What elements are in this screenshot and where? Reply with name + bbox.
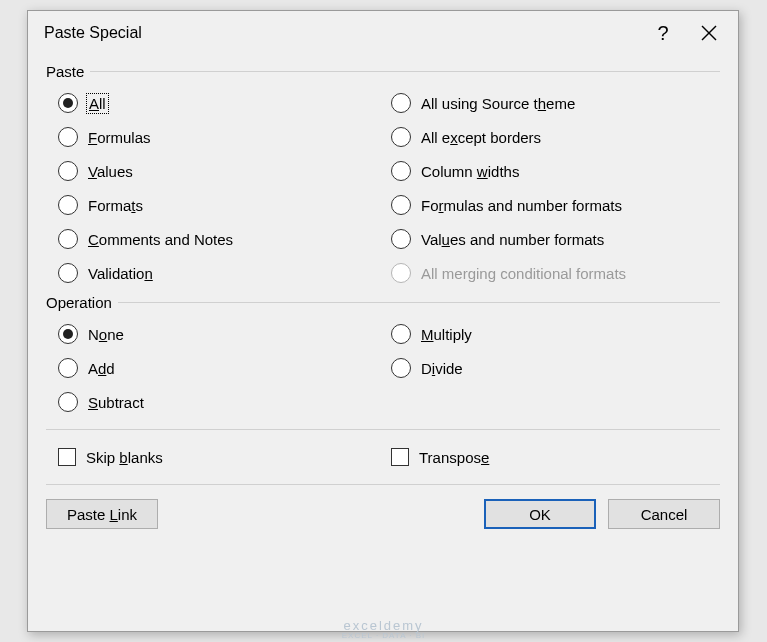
dialog-title: Paste Special — [44, 24, 640, 42]
operation-option[interactable]: None — [58, 317, 387, 351]
option-label: Transpose — [419, 449, 489, 466]
paste-option[interactable]: Values — [58, 154, 387, 188]
option-label: Add — [88, 360, 115, 377]
operation-group-header: Operation — [46, 294, 720, 311]
checkbox-icon — [391, 448, 409, 466]
radio-icon — [391, 195, 411, 215]
checkbox-section: Skip blanks Transpose — [46, 440, 720, 474]
paste-special-dialog: Paste Special ? Paste AllFormulasValuesF… — [27, 10, 739, 632]
radio-icon — [391, 263, 411, 283]
option-label: Subtract — [88, 394, 144, 411]
paste-option[interactable]: Formulas and number formats — [391, 188, 720, 222]
paste-option[interactable]: Validation — [58, 256, 387, 290]
option-label: All — [88, 95, 107, 112]
option-label: Values — [88, 163, 133, 180]
paste-option[interactable]: Formats — [58, 188, 387, 222]
operation-option[interactable]: Multiply — [391, 317, 720, 351]
option-label: Formulas — [88, 129, 151, 146]
option-label: Validation — [88, 265, 153, 282]
paste-option[interactable]: All except borders — [391, 120, 720, 154]
option-label: Values and number formats — [421, 231, 604, 248]
help-button[interactable]: ? — [640, 15, 686, 51]
close-button[interactable] — [686, 15, 732, 51]
radio-icon — [58, 358, 78, 378]
operation-group: Operation NoneAddSubtract MultiplyDivide — [46, 294, 720, 419]
titlebar: Paste Special ? — [28, 11, 738, 55]
cancel-button[interactable]: Cancel — [608, 499, 720, 529]
operation-option[interactable]: Add — [58, 351, 387, 385]
dialog-body: Paste AllFormulasValuesFormatsComments a… — [28, 55, 738, 543]
radio-icon — [58, 93, 78, 113]
close-icon — [701, 25, 717, 41]
button-row: Paste Link OK Cancel — [46, 499, 720, 529]
paste-option[interactable]: All using Source theme — [391, 86, 720, 120]
paste-group-label: Paste — [46, 63, 84, 80]
operation-option[interactable]: Divide — [391, 351, 720, 385]
radio-icon — [391, 229, 411, 249]
option-label: Divide — [421, 360, 463, 377]
skip-blanks-checkbox[interactable]: Skip blanks — [58, 440, 387, 474]
divider — [118, 302, 720, 303]
divider — [46, 484, 720, 485]
option-label: All except borders — [421, 129, 541, 146]
paste-option[interactable]: Values and number formats — [391, 222, 720, 256]
radio-icon — [58, 229, 78, 249]
operation-group-label: Operation — [46, 294, 112, 311]
paste-option[interactable]: Formulas — [58, 120, 387, 154]
option-label: Formulas and number formats — [421, 197, 622, 214]
option-label: Comments and Notes — [88, 231, 233, 248]
radio-icon — [391, 93, 411, 113]
option-label: None — [88, 326, 124, 343]
radio-icon — [58, 263, 78, 283]
operation-option[interactable]: Subtract — [58, 385, 387, 419]
radio-icon — [58, 161, 78, 181]
option-label: All merging conditional formats — [421, 265, 626, 282]
radio-icon — [391, 127, 411, 147]
radio-icon — [58, 392, 78, 412]
radio-icon — [391, 324, 411, 344]
paste-option[interactable]: All — [58, 86, 387, 120]
ok-button[interactable]: OK — [484, 499, 596, 529]
radio-icon — [391, 161, 411, 181]
transpose-checkbox[interactable]: Transpose — [391, 440, 720, 474]
radio-icon — [58, 195, 78, 215]
radio-icon — [58, 127, 78, 147]
option-label: All using Source theme — [421, 95, 575, 112]
divider — [46, 429, 720, 430]
paste-option[interactable]: Comments and Notes — [58, 222, 387, 256]
paste-option[interactable]: Column widths — [391, 154, 720, 188]
option-label: Column widths — [421, 163, 519, 180]
paste-option: All merging conditional formats — [391, 256, 720, 290]
paste-link-label: Paste Link — [67, 506, 137, 523]
paste-link-button[interactable]: Paste Link — [46, 499, 158, 529]
option-label: Formats — [88, 197, 143, 214]
paste-group-header: Paste — [46, 63, 720, 80]
radio-icon — [391, 358, 411, 378]
divider — [90, 71, 720, 72]
checkbox-icon — [58, 448, 76, 466]
option-label: Skip blanks — [86, 449, 163, 466]
option-label: Multiply — [421, 326, 472, 343]
paste-group: Paste AllFormulasValuesFormatsComments a… — [46, 63, 720, 290]
radio-icon — [58, 324, 78, 344]
